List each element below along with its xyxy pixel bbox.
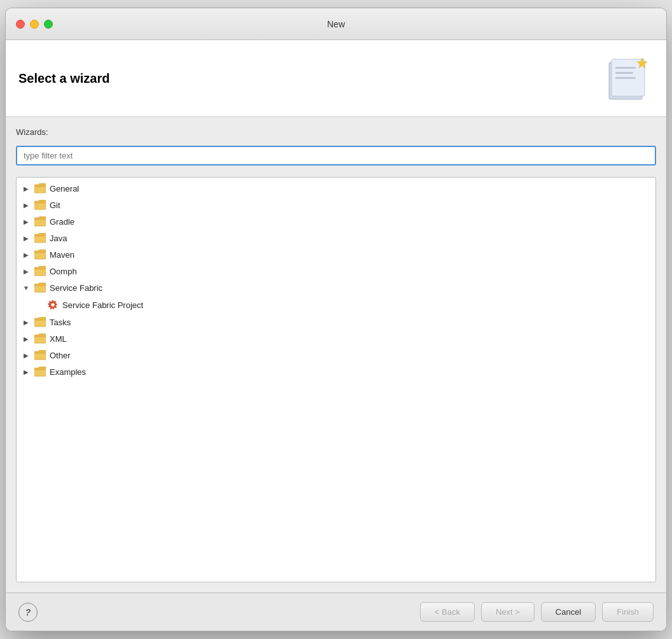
tree-item-tasks[interactable]: Tasks (17, 314, 655, 330)
arrow-git (22, 200, 31, 209)
tree-item-git[interactable]: Git (17, 197, 655, 213)
arrow-tasks (22, 318, 31, 327)
wizards-label: Wizards: (16, 127, 656, 137)
footer-buttons: < Back Next > Cancel Finish (420, 602, 654, 622)
arrow-service-fabric (22, 283, 31, 292)
folder-icon-java (34, 233, 46, 243)
tree-item-gradle[interactable]: Gradle (17, 213, 655, 230)
close-button[interactable] (16, 20, 25, 29)
cancel-button[interactable]: Cancel (541, 602, 596, 622)
minimize-button[interactable] (30, 20, 39, 29)
next-button[interactable]: Next > (481, 602, 535, 622)
arrow-maven (22, 250, 31, 259)
tree-item-service-fabric-project[interactable]: Service Fabric Project (17, 296, 655, 314)
svg-rect-4 (615, 77, 636, 79)
arrow-xml (22, 334, 31, 343)
footer: ? < Back Next > Cancel Finish (6, 593, 666, 631)
back-button[interactable]: < Back (420, 602, 475, 622)
folder-icon-examples (34, 367, 46, 377)
content-area: Wizards: General Git (6, 117, 666, 593)
folder-icon-oomph (34, 266, 46, 276)
folder-icon-tasks (34, 317, 46, 327)
folder-icon-xml (34, 334, 46, 344)
title-bar: New (6, 8, 666, 40)
header-area: Select a wizard (6, 40, 666, 117)
page-title: Select a wizard (18, 71, 109, 86)
main-window: New Select a wizard Wizards: (5, 8, 667, 631)
folder-icon-git (34, 200, 46, 210)
arrow-oomph (22, 267, 31, 276)
footer-left: ? (18, 603, 38, 622)
traffic-lights (16, 20, 53, 29)
tree-item-maven[interactable]: Maven (17, 246, 655, 263)
folder-icon-gradle (34, 216, 46, 227)
help-button[interactable]: ? (18, 603, 38, 622)
tree-container: General Git Gradle (16, 177, 656, 582)
svg-rect-3 (615, 72, 633, 74)
tree-item-xml[interactable]: XML (17, 330, 655, 347)
svg-rect-2 (615, 67, 636, 69)
arrow-gradle (22, 217, 31, 226)
tree-item-oomph[interactable]: Oomph (17, 263, 655, 279)
finish-button[interactable]: Finish (602, 602, 654, 622)
tree-item-service-fabric[interactable]: Service Fabric (17, 279, 655, 296)
maximize-button[interactable] (44, 20, 53, 29)
arrow-general (22, 184, 31, 193)
folder-icon-other (34, 350, 46, 360)
filter-input[interactable] (16, 146, 656, 165)
folder-icon-maven (34, 249, 46, 260)
tree-item-java[interactable]: Java (17, 230, 655, 246)
tree-item-general[interactable]: General (17, 180, 655, 197)
wizard-icon (603, 53, 654, 104)
tree-item-other[interactable]: Other (17, 347, 655, 363)
arrow-java (22, 234, 31, 242)
window-title: New (327, 19, 345, 29)
arrow-other (22, 351, 31, 360)
svg-point-7 (51, 303, 55, 307)
folder-icon-general (34, 183, 46, 193)
tree-item-examples[interactable]: Examples (17, 363, 655, 380)
folder-icon-service-fabric (34, 283, 46, 293)
service-fabric-project-icon (47, 299, 59, 311)
arrow-examples (22, 367, 31, 376)
